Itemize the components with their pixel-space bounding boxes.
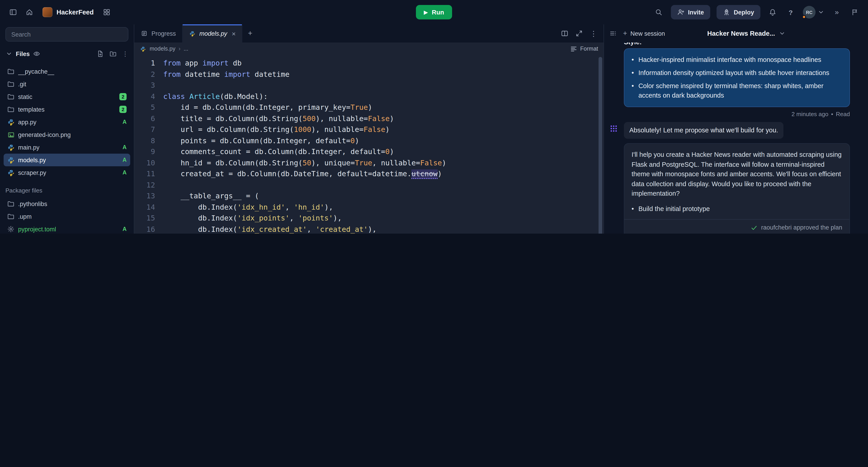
file-pyproject.toml[interactable]: pyproject.tomlA <box>4 223 130 234</box>
invite-label: Invite <box>688 9 704 15</box>
python-icon <box>141 46 146 52</box>
file-static[interactable]: static2 <box>4 90 130 103</box>
eye-icon[interactable] <box>33 50 40 57</box>
split-editor-icon[interactable] <box>561 30 568 37</box>
file-templates[interactable]: templates2 <box>4 103 130 116</box>
person-plus-icon <box>677 8 684 16</box>
home-icon[interactable] <box>24 6 35 18</box>
collapse-chevron-icon[interactable] <box>5 50 13 57</box>
new-file-icon[interactable] <box>97 50 104 57</box>
file-scraper.py[interactable]: scraper.pyA <box>4 166 130 179</box>
notifications-bell-icon[interactable] <box>767 6 778 18</box>
divider <box>624 219 849 220</box>
scrollbar-thumb[interactable] <box>598 57 602 234</box>
file-.git[interactable]: .git <box>4 78 130 90</box>
plan-paragraph: I'll help you create a Hacker News reade… <box>631 150 842 199</box>
file-main.py[interactable]: main.pyA <box>4 141 130 154</box>
format-icon <box>570 45 578 53</box>
sessions-list-icon[interactable] <box>610 30 617 37</box>
file-badge: A <box>123 144 127 151</box>
folder-icon <box>7 68 14 75</box>
python-icon <box>7 169 14 176</box>
topbar: HackerFeed ▶ Run Invite Deploy ? RC <box>0 0 868 24</box>
chevron-down-icon <box>817 8 825 16</box>
file-sidebar: Search Files ⋮ __pycache__.gitstatic2tem… <box>0 24 134 234</box>
file-app.py[interactable]: app.pyA <box>4 116 130 128</box>
deploy-button[interactable]: Deploy <box>717 5 761 20</box>
file-badge: A <box>123 169 127 176</box>
file-badge: A <box>123 119 127 125</box>
folder-icon <box>7 200 14 207</box>
account-menu[interactable]: RC <box>803 6 825 19</box>
breadcrumb-separator: › <box>179 46 180 52</box>
file-models.py[interactable]: models.pyA <box>4 154 130 166</box>
plan-card: I'll help you create a Hacker News reade… <box>624 143 850 234</box>
file-badge: A <box>123 157 127 163</box>
run-button[interactable]: ▶ Run <box>416 5 452 20</box>
project-name: HackerFeed <box>57 8 94 16</box>
help-icon[interactable]: ? <box>785 6 797 18</box>
python-icon <box>7 157 14 163</box>
format-button[interactable]: Format <box>570 45 598 53</box>
apps-grid-icon[interactable] <box>101 6 113 18</box>
files-header-label: Files <box>16 51 30 57</box>
agent-header: + New session Hacker News Reade... <box>604 24 868 42</box>
tab-Progress[interactable]: Progress <box>134 24 183 42</box>
file-badge: A <box>123 226 127 232</box>
search-input[interactable]: Search <box>5 27 128 41</box>
code-editor[interactable]: 123456789101112131415161718 from app imp… <box>134 55 603 234</box>
editor-menu-icon[interactable]: ⋮ <box>590 29 597 38</box>
search-icon[interactable] <box>653 6 664 18</box>
invite-button[interactable]: Invite <box>671 5 710 20</box>
file-__pycache__[interactable]: __pycache__ <box>4 65 130 78</box>
new-session-button[interactable]: + New session <box>623 29 665 37</box>
chevron-down-icon <box>779 30 786 37</box>
clipped-message-text: Style: <box>624 42 850 46</box>
check-icon <box>750 224 757 231</box>
chevrons-right-icon[interactable]: » <box>831 6 843 18</box>
code-content[interactable]: from app import dbfrom datetime import d… <box>163 58 603 234</box>
flag-icon[interactable] <box>849 6 861 18</box>
chat-messages[interactable]: Style:•Hacker-inspired minimalist interf… <box>604 42 868 234</box>
editor-pane: Progressmodels.py× + ⋮ models.py › ... F… <box>134 24 604 234</box>
new-folder-icon[interactable] <box>110 50 117 57</box>
python-icon <box>189 31 195 36</box>
folder-icon <box>7 80 14 88</box>
file-generated-icon.png[interactable]: generated-icon.png <box>4 128 130 141</box>
file-.pythonlibs[interactable]: .pythonlibs <box>4 197 130 210</box>
expand-icon[interactable] <box>576 30 583 37</box>
python-icon <box>7 144 14 151</box>
sidebar-toggle-icon[interactable] <box>7 6 19 18</box>
session-title[interactable]: Hacker News Reade... <box>707 30 786 37</box>
breadcrumb-more[interactable]: ... <box>184 46 188 52</box>
section-label: Packager files <box>5 187 128 194</box>
deploy-label: Deploy <box>734 9 754 15</box>
file-badge: 2 <box>119 106 127 113</box>
new-tab-icon[interactable]: + <box>243 24 258 42</box>
file-.upm[interactable]: .upm <box>4 210 130 223</box>
bullet-item: •Hacker-inspired minimalist interface wi… <box>631 55 842 65</box>
gear-icon <box>7 226 14 233</box>
python-icon <box>7 119 14 125</box>
avatar-status-dot <box>802 15 806 19</box>
play-icon: ▶ <box>424 9 428 15</box>
breadcrumb-file[interactable]: models.py <box>150 46 176 52</box>
style-notes-card: •Hacker-inspired minimalist interface wi… <box>624 48 850 107</box>
file-tree: __pycache__.gitstatic2templates2app.pyAg… <box>5 65 128 234</box>
tab-models.py[interactable]: models.py× <box>183 24 243 42</box>
files-menu-icon[interactable]: ⋮ <box>122 50 128 57</box>
rocket-icon <box>723 8 730 16</box>
editor-scrollbar[interactable] <box>598 57 602 234</box>
agent-panel: + New session Hacker News Reade... Style… <box>604 24 868 234</box>
project-avatar <box>42 7 53 17</box>
bullet-item: •Build the initial prototype <box>631 204 842 213</box>
project-switcher[interactable]: HackerFeed <box>40 6 96 19</box>
bullet-item: •Information density optimized layout wi… <box>631 68 842 78</box>
progress-icon <box>141 30 147 36</box>
bullet-item: •Color scheme inspired by terminal theme… <box>631 81 842 100</box>
folder-icon <box>7 106 14 113</box>
close-tab-icon[interactable]: × <box>232 30 236 37</box>
agent-message: Absolutely! Let me propose what we'll bu… <box>624 122 783 139</box>
agent-avatar-icon <box>609 123 618 133</box>
search-placeholder: Search <box>11 31 31 38</box>
